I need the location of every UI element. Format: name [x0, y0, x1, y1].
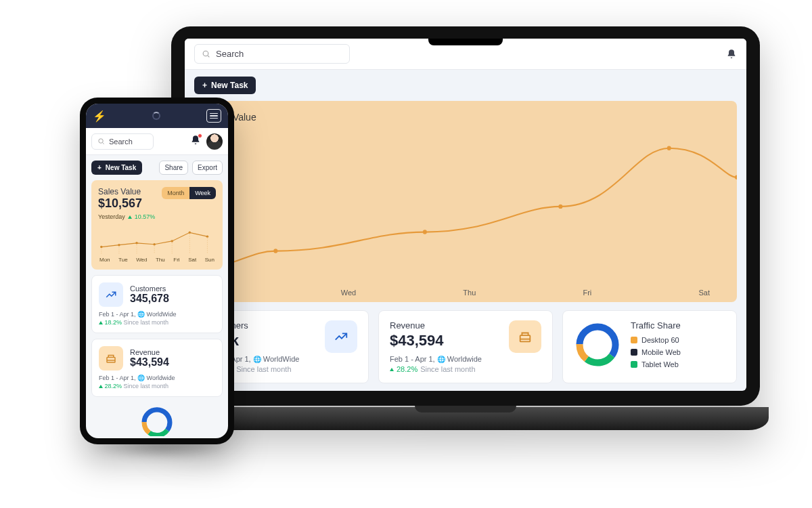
- desktop-toolbar: + New Task: [185, 70, 746, 101]
- plus-icon: +: [202, 81, 207, 90]
- new-task-button[interactable]: + New Task: [91, 161, 142, 175]
- cash-register-icon: [99, 346, 123, 371]
- mobile-revenue-delta: 28.2% Since last month: [99, 383, 215, 389]
- desktop-screen: Search + New Task Sales Value: [185, 39, 746, 391]
- xaxis-tick: Sat: [698, 289, 710, 297]
- range: Feb 1 - Apr 1,: [99, 311, 136, 318]
- menu-button[interactable]: [206, 109, 221, 123]
- xaxis-tick: Sun: [205, 257, 215, 263]
- chart-icon: [325, 320, 357, 353]
- svg-line-13: [103, 143, 104, 144]
- laptop-notch: [428, 39, 503, 45]
- plus-icon: +: [97, 164, 102, 171]
- traffic-title: Traffic Share: [631, 320, 681, 331]
- notification-dot: [198, 133, 202, 138]
- revenue-change: 28.2%: [397, 365, 418, 373]
- range: Feb 1 - Apr 1,: [99, 375, 136, 381]
- toggle-week[interactable]: Week: [189, 187, 216, 199]
- mobile-traffic-donut: [91, 402, 223, 436]
- sales-chart: Sales Value Tue Wed Thu Fri Sat: [194, 101, 737, 302]
- revenue-scope: Worldwide: [447, 355, 482, 363]
- svg-point-0: [203, 51, 208, 56]
- xaxis-tick: Thu: [156, 257, 165, 263]
- search-input[interactable]: Search: [194, 44, 350, 64]
- traffic-item-label: Tablet Web: [641, 360, 679, 368]
- share-button[interactable]: Share: [159, 161, 188, 175]
- svg-point-5: [667, 146, 671, 150]
- traffic-item: Tablet Web: [631, 360, 681, 368]
- mobile-revenue-title: Revenue: [130, 348, 169, 356]
- toggle-month[interactable]: Month: [162, 187, 189, 199]
- avatar[interactable]: [206, 133, 223, 150]
- traffic-item-label: Desktop 60: [641, 336, 679, 344]
- mobile-customers-delta: 18.2% Since last month: [99, 319, 215, 326]
- mobile-statusbar: ⚡: [86, 104, 228, 128]
- mobile-sales-title: Sales Value: [98, 187, 142, 196]
- change-pct: 18.2%: [105, 319, 122, 326]
- revenue-card: Revenue $43,594 Feb 1 - Apr 1, 🌐 Worldwi…: [378, 310, 553, 383]
- phone-mockup: ⚡ Search + New Task Share Export: [80, 98, 234, 444]
- svg-point-2: [273, 249, 277, 253]
- xaxis-tick: Fri: [173, 257, 179, 263]
- mobile-revenue-sub: Feb 1 - Apr 1, 🌐 Worldwide: [99, 375, 215, 381]
- mobile-sparkline: [98, 223, 216, 255]
- traffic-card: Traffic Share Desktop 60 Mobile Web Tabl…: [562, 310, 737, 383]
- mobile-revenue-value: $43,594: [130, 356, 169, 368]
- mobile-toolbar: + New Task Share Export: [86, 155, 228, 180]
- svg-point-6: [735, 175, 737, 179]
- mobile-sales-card: Sales Value $10,567 Month Week Yesterday…: [91, 180, 223, 270]
- mobile-sales-value: $10,567: [98, 196, 142, 211]
- new-task-button[interactable]: + New Task: [194, 77, 256, 94]
- traffic-item-label: Mobile Web: [641, 348, 681, 356]
- traffic-item: Desktop 60: [631, 336, 681, 344]
- mobile-header: Search: [86, 128, 228, 155]
- scope: WorldWide: [147, 311, 177, 318]
- sales-line: [194, 123, 737, 283]
- svg-point-16: [135, 242, 137, 244]
- change-pct: 28.2%: [105, 383, 122, 389]
- xaxis-tick: Mon: [99, 257, 110, 263]
- sales-xaxis: Tue Wed Thu Fri Sat: [221, 289, 710, 297]
- xaxis-tick: Wed: [136, 257, 147, 263]
- mobile-sales-yesterday: Yesterday 10.57%: [98, 213, 216, 220]
- svg-point-3: [423, 230, 427, 234]
- yesterday-pct: 10.57%: [135, 213, 156, 220]
- new-task-label: New Task: [106, 164, 136, 171]
- svg-point-19: [189, 232, 191, 234]
- bell-icon[interactable]: [726, 49, 737, 60]
- change-label: Since last month: [124, 319, 169, 326]
- arrow-up-icon: [99, 385, 103, 388]
- spinner-icon: [152, 112, 160, 120]
- customers-scope: WorldWide: [263, 355, 300, 363]
- notifications-button[interactable]: [190, 135, 201, 148]
- svg-point-20: [206, 235, 208, 237]
- revenue-sub: Feb 1 - Apr 1, 🌐 Worldwide: [390, 355, 541, 363]
- xaxis-tick: Fri: [583, 289, 591, 297]
- mobile-customers-title: Customers: [130, 284, 169, 293]
- arrow-up-icon: [128, 215, 132, 219]
- svg-line-1: [208, 56, 209, 57]
- period-toggle[interactable]: Month Week: [162, 187, 216, 199]
- xaxis-tick: Wed: [341, 289, 356, 297]
- square-icon: [631, 337, 637, 343]
- square-icon: [631, 349, 637, 356]
- svg-point-14: [100, 246, 102, 248]
- revenue-delta: 28.2% Since last month: [390, 365, 541, 373]
- globe-icon: 🌐: [437, 356, 445, 363]
- scope: Worldwide: [147, 375, 175, 381]
- traffic-legend: Desktop 60 Mobile Web Tablet Web: [631, 336, 681, 368]
- search-input[interactable]: Search: [91, 133, 154, 150]
- svg-point-12: [99, 139, 103, 143]
- mobile-customers-sub: Feb 1 - Apr 1, 🌐 WorldWide: [99, 311, 215, 318]
- xaxis-tick: Thu: [463, 289, 476, 297]
- new-task-label: New Task: [211, 81, 248, 90]
- globe-icon: 🌐: [137, 311, 145, 318]
- desktop-cards: Customers 345k Feb 1 - Apr 1, 🌐 WorldWid…: [185, 310, 746, 383]
- xaxis-tick: Tue: [118, 257, 128, 263]
- globe-icon: 🌐: [137, 375, 145, 381]
- traffic-item: Mobile Web: [631, 348, 681, 356]
- bolt-icon: ⚡: [93, 110, 106, 123]
- cash-register-icon: [509, 320, 541, 353]
- export-button[interactable]: Export: [192, 161, 223, 175]
- mobile-screen: ⚡ Search + New Task Share Export: [86, 104, 228, 438]
